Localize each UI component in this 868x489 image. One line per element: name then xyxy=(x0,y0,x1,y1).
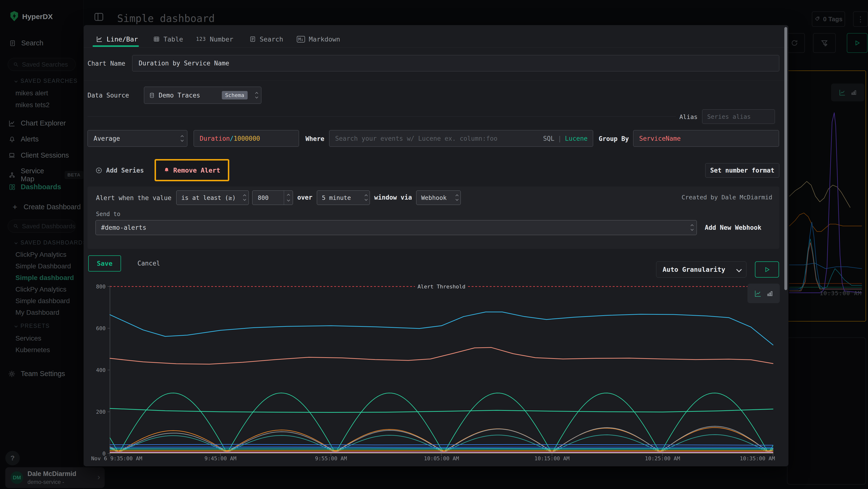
tab-search[interactable]: Search xyxy=(250,32,283,46)
send-to-label: Send to xyxy=(96,211,120,218)
stepper-up-icon[interactable] xyxy=(287,194,290,197)
lucene-toggle[interactable]: Lucene xyxy=(565,135,588,142)
svg-text:200: 200 xyxy=(96,409,105,415)
stepper-down-icon[interactable] xyxy=(287,198,290,202)
svg-text:10:15:00 AM: 10:15:00 AM xyxy=(534,456,569,461)
logs-icon xyxy=(250,36,256,42)
select-chevrons-icon xyxy=(691,225,693,230)
field-expression-input[interactable]: Duration/1000000 xyxy=(194,130,299,147)
cancel-button[interactable]: Cancel xyxy=(133,255,164,271)
aggregation-select[interactable]: Average xyxy=(88,130,187,147)
plus-circle-icon xyxy=(95,167,102,174)
alert-config-panel: Alert when the value is at least (≥) 800… xyxy=(88,186,779,249)
tab-markdown[interactable]: M↓ Markdown xyxy=(297,32,340,46)
svg-text:9:45:00 AM: 9:45:00 AM xyxy=(205,456,236,461)
run-chart-button[interactable] xyxy=(755,261,779,278)
toggle-separator: | xyxy=(558,135,562,142)
alert-window-select[interactable]: 5 minute xyxy=(317,191,370,205)
svg-text:600: 600 xyxy=(96,325,105,332)
123-icon: 123 xyxy=(196,36,206,42)
markdown-icon: M↓ xyxy=(297,36,305,42)
granularity-select[interactable]: Auto Granularity xyxy=(656,261,746,278)
tab-table[interactable]: Table xyxy=(153,32,183,46)
chart-name-input[interactable]: Duration by Service Name xyxy=(132,55,779,71)
table-icon xyxy=(153,36,160,42)
select-chevrons-icon xyxy=(255,92,258,98)
alert-threshold-input[interactable]: 800 xyxy=(252,191,293,205)
select-chevrons-icon xyxy=(244,195,246,200)
database-icon xyxy=(149,92,155,98)
preview-chart-type-toggle[interactable] xyxy=(747,284,780,303)
send-to-select[interactable]: #demo-alerts xyxy=(95,220,697,235)
alias-input[interactable]: Series alias xyxy=(702,109,775,124)
svg-text:Nov 6 9:35:00 AM: Nov 6 9:35:00 AM xyxy=(91,456,142,461)
group-by-label: Group By xyxy=(599,135,629,142)
created-by-label: Created by Dale McDiarmid xyxy=(642,194,772,201)
modal-scrollbar[interactable] xyxy=(784,27,787,290)
remove-alert-highlight: Remove Alert xyxy=(155,159,229,181)
set-number-format-button[interactable]: Set number format xyxy=(705,163,779,178)
add-series-button[interactable]: Add Series xyxy=(95,163,144,178)
active-tab-underline xyxy=(93,46,139,47)
window-via-label: window via xyxy=(374,194,412,201)
line-chart-icon[interactable] xyxy=(754,290,762,297)
field-operator: / xyxy=(230,135,234,142)
sql-toggle[interactable]: SQL xyxy=(543,135,554,142)
add-new-webhook-button[interactable]: Add New Webhook xyxy=(705,220,775,235)
tab-number[interactable]: 123 Number xyxy=(196,32,233,46)
bell-icon xyxy=(163,167,170,173)
tabs-divider xyxy=(84,47,788,48)
tab-line-bar[interactable]: Line/Bar xyxy=(96,32,138,46)
select-chevrons-icon xyxy=(365,195,367,200)
save-button[interactable]: Save xyxy=(88,255,121,271)
over-label: over xyxy=(297,194,312,201)
play-icon xyxy=(764,266,770,273)
number-stepper[interactable] xyxy=(284,191,293,205)
where-label: Where xyxy=(306,135,324,142)
select-chevrons-icon xyxy=(456,195,458,200)
group-by-input[interactable]: ServiceName xyxy=(633,130,779,147)
alert-prefix-label: Alert when the value xyxy=(96,194,172,202)
svg-text:10:25:00 AM: 10:25:00 AM xyxy=(645,456,680,461)
event-search-input[interactable]: Search your events w/ Lucene ex. column:… xyxy=(329,130,593,147)
svg-text:400: 400 xyxy=(96,367,105,373)
svg-text:800: 800 xyxy=(96,284,105,290)
alert-preview-chart: 0200400600800Nov 6 9:35:00 AM9:45:00 AM9… xyxy=(92,283,777,463)
bar-chart-icon[interactable] xyxy=(767,290,773,297)
svg-text:10:35:00 AM: 10:35:00 AM xyxy=(740,456,775,461)
alert-condition-select[interactable]: is at least (≥) xyxy=(176,191,249,205)
schema-badge: Schema xyxy=(222,91,248,99)
chevron-down-icon xyxy=(737,267,741,271)
data-source-select[interactable]: Demo Traces Schema xyxy=(144,87,261,104)
svg-text:9:55:00 AM: 9:55:00 AM xyxy=(315,456,347,461)
line-chart-icon xyxy=(96,36,103,42)
svg-text:Alert Threshold: Alert Threshold xyxy=(417,284,466,290)
alert-channel-select[interactable]: Webhook xyxy=(416,191,461,205)
remove-alert-button[interactable]: Remove Alert xyxy=(156,161,228,180)
field-name: Duration xyxy=(199,135,230,142)
field-value: 1000000 xyxy=(234,135,260,142)
edit-chart-modal: Line/Bar Table 123 Number Search M↓ Mark… xyxy=(84,25,788,466)
select-chevrons-icon xyxy=(181,136,183,141)
svg-text:10:05:00 AM: 10:05:00 AM xyxy=(424,456,459,461)
chart-name-label: Chart Name xyxy=(88,60,125,67)
data-source-label: Data Source xyxy=(88,92,129,99)
alias-divider xyxy=(88,116,676,117)
alias-label: Alias xyxy=(678,113,698,120)
